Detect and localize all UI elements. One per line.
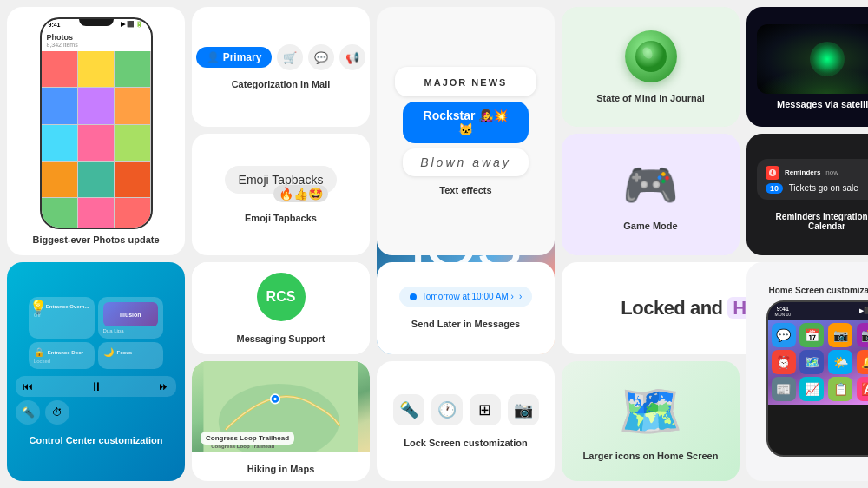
svg-point-8 <box>273 397 276 399</box>
lock-icon-clock: 🕐 <box>431 394 463 425</box>
mail-tab-shopping[interactable]: 🛒 <box>277 44 303 70</box>
control-item-entrance[interactable]: 💡 Entrance Overh... Off <box>29 297 95 339</box>
mail-label: Categorization in Mail <box>232 79 331 89</box>
next-icon: ⏭ <box>159 380 169 392</box>
photos-grid <box>42 51 151 228</box>
photo-cell <box>42 125 77 161</box>
reminder-date-badge: 10 <box>766 183 783 194</box>
control-items-grid: 💡 Entrance Overh... Off Illusion Dua Lip… <box>29 297 163 369</box>
photo-cell <box>78 162 114 197</box>
phone-notch <box>79 19 114 26</box>
home-phone-mockup: 9:41 MON 10 ▶⬛🔋 💬 📅 📷 📸 ⏰ 🗺️ 🌤️ 🔔 📰 📈 <box>766 300 869 457</box>
control-entrance-status: Off <box>34 313 89 318</box>
reminder-time-display: now <box>825 168 838 176</box>
clock-app[interactable]: ⏰ <box>772 350 796 374</box>
home-screen-card-label: Home Screen customization <box>769 286 868 295</box>
status-time: 9:41 <box>49 22 61 28</box>
satellite-image <box>757 24 868 94</box>
camera-app[interactable]: 📸 <box>857 323 868 347</box>
control-tools-row: 🔦 ⏱ <box>16 400 176 425</box>
control-illusion-artist: Dua Lipa <box>103 328 159 333</box>
status-icons: ▶ ⬛ 🔋 <box>121 21 144 28</box>
send-later-pill[interactable]: Tomorrow at 10:00 AM › › <box>399 287 533 307</box>
photo-cell <box>115 125 150 161</box>
news-app[interactable]: 📰 <box>772 377 796 401</box>
lock-icon: 🔒 <box>34 347 44 357</box>
mail-tabs: 👤 Primary 🛒 💬 📢 <box>196 44 366 70</box>
emoji-tapbacks-card: Emoji Tapbacks 🔥👍🤩 Emoji Tapbacks <box>192 134 370 255</box>
reminders-notification: Reminders now 10 Tickets go on sale <box>757 159 868 200</box>
photos-phone-mockup: 9:41 ▶ ⬛ 🔋 Photos 8,342 items <box>40 17 153 229</box>
major-news-bubble: MAJOR news <box>395 67 536 96</box>
lock-icon-grid: ⊞ <box>470 394 501 425</box>
phone-screen: 9:41 ▶ ⬛ 🔋 Photos 8,342 items <box>42 19 151 228</box>
lock-icons-row: 🔦 🕐 ⊞ 📷 <box>393 394 539 425</box>
map-display: Congress Loop Trailhead Congress Loop Tr… <box>192 361 370 452</box>
maps-app[interactable]: 🗺️ <box>799 350 824 374</box>
mail-tab-messages[interactable]: 💬 <box>308 44 334 70</box>
reminders-app[interactable]: 🔔 <box>857 350 868 374</box>
send-later-card: Tomorrow at 10:00 AM › › Send Later in M… <box>377 262 555 354</box>
appstore-app[interactable]: 🅰️ <box>857 377 868 401</box>
lock-screen-label: Lock Screen customization <box>404 438 527 448</box>
locked-text-part1: Locked <box>621 297 685 319</box>
photo-cell <box>115 88 150 123</box>
mail-primary-label: Primary <box>223 51 262 63</box>
bulb-icon: 💡 <box>34 302 43 311</box>
mail-tab-promotions[interactable]: 📢 <box>339 44 365 70</box>
locked-text-and: and <box>690 297 727 319</box>
album-art: Illusion <box>103 302 159 326</box>
mail-primary-tab[interactable]: 👤 Primary <box>196 47 273 68</box>
person-icon: 👤 <box>207 51 220 63</box>
journal-card: State of Mind in Journal <box>562 7 740 127</box>
larger-icons-card: 🗺️ Larger icons on Home Screen <box>562 361 740 481</box>
control-item-door[interactable]: 🔒 Entrance Door Locked <box>29 342 95 369</box>
control-item-illusion[interactable]: Illusion Dua Lipa <box>98 297 164 339</box>
control-focus-text: Focus <box>117 350 133 355</box>
reminders-label: Reminders integration in Calendar <box>757 212 868 231</box>
home-status-icons: ▶⬛🔋 <box>859 307 869 314</box>
send-later-time: Tomorrow at 10:00 AM › <box>422 292 514 301</box>
control-playback-row[interactable]: ⏮ ⏸ ⏭ <box>16 376 176 397</box>
lock-icon-flashlight: 🔦 <box>393 394 424 425</box>
emoji-bubble: Emoji Tapbacks 🔥👍🤩 <box>225 166 338 194</box>
flashlight-icon[interactable]: 🔦 <box>16 400 40 425</box>
timer-icon[interactable]: ⏱ <box>45 400 69 425</box>
gamepad-icon: 🎮 <box>622 159 679 212</box>
reminder-notification-text: 10 Tickets go on sale <box>766 183 868 193</box>
news2-app[interactable]: 📋 <box>828 377 852 401</box>
home-app-grid: 💬 📅 📷 📸 ⏰ 🗺️ 🌤️ 🔔 📰 📈 📋 🅰️ <box>772 323 869 401</box>
send-later-label: Send Later in Messages <box>411 319 520 329</box>
hiking-card: Congress Loop Trailhead Congress Loop Tr… <box>192 361 370 481</box>
photo-cell <box>115 51 150 87</box>
photo-cell <box>78 51 114 87</box>
control-item-focus[interactable]: 🌙 Focus <box>98 342 164 369</box>
larger-icons-label: Larger icons on Home Screen <box>583 451 719 461</box>
emoji-reactions: 🔥👍🤩 <box>273 185 328 202</box>
weather-app[interactable]: 🌤️ <box>828 350 852 374</box>
play-pause-icon: ⏸ <box>90 379 102 393</box>
rockstar-bubble: Rockstar 👩‍🎤💥🐱 <box>403 102 529 143</box>
reminders-card: Reminders now 10 Tickets go on sale Remi… <box>746 134 868 255</box>
home-date: MON 10 <box>775 312 792 317</box>
game-mode-label: Game Mode <box>623 221 677 231</box>
stocks-app[interactable]: 📈 <box>799 377 824 401</box>
calendar-app[interactable]: 📅 <box>799 323 824 347</box>
photos-card: 9:41 ▶ ⬛ 🔋 Photos 8,342 items <box>7 7 185 255</box>
photo-cell <box>42 162 77 197</box>
mail-card: 👤 Primary 🛒 💬 📢 Categorization in Mail <box>192 7 370 127</box>
home-time: 9:41 <box>777 306 789 312</box>
photos-app[interactable]: 📷 <box>828 323 852 347</box>
earth-curve <box>757 68 868 94</box>
control-door-status: Locked <box>34 359 89 364</box>
text-effects-card: MAJOR news Rockstar 👩‍🎤💥🐱 Blown away Tex… <box>377 7 555 255</box>
messages-app[interactable]: 💬 <box>772 323 796 347</box>
control-door-text: Entrance Door <box>48 350 83 355</box>
control-center-card: 💡 Entrance Overh... Off Illusion Dua Lip… <box>7 262 185 481</box>
maps-icon: 🗺️ <box>618 380 683 442</box>
photo-cell <box>78 125 114 161</box>
rcs-badge: RCS <box>257 273 306 321</box>
photos-title: Photos <box>47 33 146 42</box>
photo-cell <box>115 162 150 197</box>
lock-icon-camera: 📷 <box>508 394 539 425</box>
